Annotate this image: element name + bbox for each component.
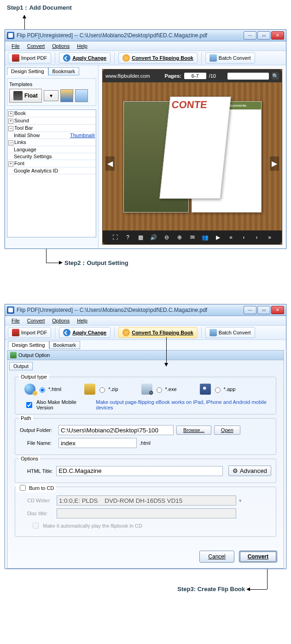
- next-page-icon[interactable]: ›: [253, 233, 261, 242]
- apply-change-button[interactable]: Apply Change: [59, 52, 111, 63]
- template-dropdown-button[interactable]: ▾: [44, 90, 58, 101]
- burn-cd-fieldset: Burn to CD CD Writer: ▾ Disc title: Make…: [15, 487, 276, 537]
- play-icon[interactable]: ▶: [214, 233, 222, 242]
- arrow-step3-head: [246, 587, 250, 591]
- menu-help[interactable]: Help: [73, 42, 91, 50]
- pages-label: Pages:: [165, 73, 181, 79]
- template-export-button[interactable]: [75, 89, 88, 102]
- expand-icon[interactable]: +: [8, 161, 13, 167]
- advanced-button[interactable]: ⚙Advanced: [228, 466, 271, 476]
- last-page-icon[interactable]: »: [266, 233, 274, 242]
- html-title-input[interactable]: [56, 466, 222, 476]
- convert-button[interactable]: Convert: [239, 551, 277, 563]
- output-folder-input[interactable]: [58, 425, 174, 435]
- tree-sound[interactable]: Sound: [14, 118, 29, 123]
- prev-page-icon[interactable]: ‹: [240, 233, 248, 242]
- close-button[interactable]: ✕: [271, 31, 284, 40]
- radio-exe[interactable]: [157, 387, 162, 393]
- template-style-button[interactable]: [60, 89, 73, 102]
- flipbook-header: www.flipbuilder.com Pages: 6-7 /10 🔍: [103, 69, 282, 82]
- mail-icon[interactable]: ✉: [188, 233, 197, 242]
- thumbnails-icon[interactable]: ▦: [137, 233, 145, 242]
- open-button[interactable]: Open: [214, 426, 240, 435]
- tab-bookmark-2[interactable]: Bookmark: [49, 341, 81, 349]
- menu-options[interactable]: Options: [48, 42, 73, 50]
- page-prev-arrow[interactable]: ◀: [105, 156, 115, 171]
- cd-writer-select: [57, 495, 236, 506]
- menu-file[interactable]: File: [8, 317, 23, 324]
- page-total: /10: [209, 73, 216, 79]
- apply-change-button[interactable]: Apply Change: [59, 327, 111, 338]
- template-float-button[interactable]: Float: [9, 89, 42, 103]
- import-pdf-button[interactable]: Import PDF: [8, 52, 51, 63]
- tree-toolbar[interactable]: Tool Bar: [14, 125, 33, 131]
- tab-output[interactable]: Output: [9, 362, 33, 370]
- maximize-button[interactable]: ▭: [257, 31, 270, 40]
- arrow-step3-h: [249, 589, 267, 590]
- convert-flipping-button-active[interactable]: Convert To Flipping Book: [118, 327, 198, 338]
- menu-convert[interactable]: Convert: [23, 42, 49, 50]
- page-next-arrow[interactable]: ▶: [270, 156, 279, 171]
- sound-icon[interactable]: 🔊: [150, 233, 158, 242]
- tree-initial-show[interactable]: Initial Show: [14, 132, 70, 138]
- minimize-button[interactable]: —: [244, 306, 256, 314]
- import-pdf-button[interactable]: Import PDF: [8, 327, 51, 338]
- cancel-button[interactable]: Cancel: [199, 551, 234, 563]
- maximize-button[interactable]: ▭: [257, 306, 270, 314]
- burn-cd-checkbox[interactable]: [20, 485, 26, 491]
- tree-google-analytics[interactable]: Google Analytics ID: [14, 168, 70, 173]
- expand-icon[interactable]: +: [8, 119, 13, 124]
- tree-links[interactable]: Links: [14, 139, 26, 145]
- tree-initial-show-val[interactable]: Thumbnails: [70, 132, 95, 138]
- options-legend: Options: [19, 456, 40, 461]
- tab-design-setting-2[interactable]: Design Setting: [8, 341, 49, 349]
- menu-help[interactable]: Help: [73, 317, 91, 324]
- output-folder-label: Output Folder:: [20, 427, 56, 433]
- tree-book[interactable]: Book: [14, 110, 26, 116]
- search-icon[interactable]: 🔍: [272, 72, 279, 80]
- float-label: Float: [24, 92, 38, 99]
- collapse-icon[interactable]: −: [8, 126, 13, 131]
- mobile-version-label: Also Make Mobile Version: [36, 399, 90, 410]
- batch-label: Batch Convert: [219, 330, 251, 335]
- convert-flipping-button[interactable]: Convert To Flipping Book: [118, 52, 198, 63]
- page-turning: CONTE: [159, 97, 231, 199]
- page-input[interactable]: 6-7: [184, 73, 206, 79]
- menu-file[interactable]: File: [8, 42, 23, 50]
- fullscreen-icon[interactable]: ⛶: [111, 233, 119, 242]
- tab-design-setting[interactable]: Design Setting: [7, 67, 48, 75]
- step1-label: Step1：Add Document: [7, 4, 284, 12]
- tree-security[interactable]: Security Settings: [14, 154, 70, 159]
- share-icon[interactable]: 👥: [201, 233, 210, 242]
- first-page-icon[interactable]: «: [227, 233, 235, 242]
- output-option-dialog: Output Option Output Output type *.html …: [7, 350, 284, 569]
- help-icon[interactable]: ?: [124, 233, 132, 242]
- tree-language[interactable]: Language: [14, 147, 70, 152]
- browse-button[interactable]: Browse...: [176, 426, 211, 435]
- collapse-icon[interactable]: −: [8, 140, 13, 145]
- search-input[interactable]: [227, 73, 269, 80]
- close-button[interactable]: ✕: [271, 306, 284, 314]
- radio-html[interactable]: [40, 387, 45, 393]
- main-window: Flip PDF[Unregistered] -- C:\Users\Mobia…: [5, 29, 286, 249]
- titlebar: Flip PDF[Unregistered] -- C:\Users\Mobia…: [5, 30, 286, 41]
- menu-options[interactable]: Options: [48, 317, 73, 324]
- menu-convert[interactable]: Convert: [23, 317, 49, 324]
- batch-convert-button[interactable]: Batch Convert: [205, 327, 255, 338]
- tree-font[interactable]: Font: [14, 161, 24, 166]
- radio-zip[interactable]: [99, 387, 105, 393]
- batch-convert-button[interactable]: Batch Convert: [205, 52, 255, 63]
- menubar-2: File Convert Options Help: [5, 316, 286, 326]
- advanced-label: Advanced: [240, 467, 267, 474]
- minimize-button[interactable]: —: [244, 31, 256, 40]
- mobile-version-checkbox[interactable]: [26, 402, 32, 408]
- zoom-in-icon[interactable]: ⊕: [175, 233, 184, 242]
- tab-bookmark[interactable]: Bookmark: [48, 67, 80, 75]
- zoom-out-icon[interactable]: ⊖: [163, 233, 171, 242]
- settings-tree[interactable]: +Book +Sound −Tool Bar Initial ShowThumb…: [7, 109, 96, 237]
- expand-icon[interactable]: +: [8, 111, 13, 116]
- page-stack[interactable]: st Effective Green Environments CONTE: [123, 99, 262, 214]
- file-name-input[interactable]: [58, 438, 137, 448]
- radio-app[interactable]: [215, 387, 221, 393]
- options-fieldset: Options HTML Title: ⚙Advanced: [15, 459, 276, 483]
